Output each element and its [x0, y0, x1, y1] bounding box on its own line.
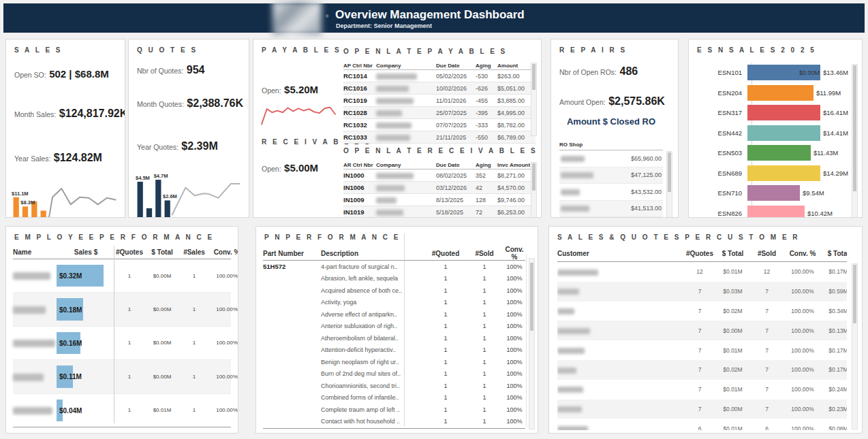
- employee-title: E M P L O Y E E P E R F O R M A N C E: [14, 233, 214, 241]
- table-row[interactable]: IN1000 08/02/2025 352 $8,271.00: [343, 169, 536, 182]
- esn-bar[interactable]: [747, 185, 800, 201]
- scrollbar-thumb[interactable]: [532, 163, 536, 191]
- table-row[interactable]: 7 $0.00M 7 100.00% $0.13M: [557, 321, 847, 340]
- table-row[interactable]: 6 $0.01M 6 100.00% $0.08M: [557, 419, 847, 430]
- panel-repairs: R E P A I R S Nbr of Open ROs: 486 Amoun…: [551, 39, 679, 218]
- table-row[interactable]: IN1006 03/12/2026 42 $4,570.00: [343, 182, 536, 194]
- table-row[interactable]: Complete traum amp of left .. 1 1 100%: [263, 404, 525, 416]
- payables-sparkline[interactable]: [260, 102, 338, 131]
- quotes-monthly-chart[interactable]: $4.5M$4.7M$2.6MFAJAOD: [136, 173, 245, 218]
- table-row[interactable]: 7 $0.03M 7 100.00% $0.59M: [557, 282, 847, 302]
- company-blur: [376, 109, 436, 116]
- table-row[interactable]: Adverse effect of antiparkn.. 1 1 100%: [263, 308, 525, 321]
- table-row[interactable]: $47,125.00: [559, 167, 663, 184]
- table-row[interactable]: RC1019 11/01/2026 -455 $3,885.00: [343, 95, 536, 107]
- esn-bar[interactable]: [747, 206, 805, 218]
- table-row[interactable]: IN1019 5/18/2025 72 $6,253.00: [343, 206, 536, 218]
- customer-name-blur: [557, 305, 685, 317]
- company-blur: [376, 97, 436, 103]
- open-ros-value: 486: [619, 65, 638, 77]
- esn-bar[interactable]: [747, 165, 820, 181]
- table-row[interactable]: Benign neoplasm of right ur.. 1 1 100%: [263, 356, 525, 368]
- esn-bar-row[interactable]: ESN503 $11.43M: [696, 143, 848, 163]
- svg-text:$2.6M: $2.6M: [163, 193, 177, 199]
- table-row[interactable]: $39,043.00: [559, 217, 663, 218]
- scrollbar-thumb[interactable]: [853, 65, 856, 191]
- nbr-quotes-kpi: Nbr of Quotes: 954: [137, 64, 204, 76]
- company-blur: [376, 184, 436, 191]
- esn-bar[interactable]: [747, 145, 811, 161]
- esn-bar-row[interactable]: ESN101 $0.00M $13.46M: [696, 63, 848, 83]
- table-row[interactable]: 51H572 4-part fracture of surgical n.. 1…: [263, 261, 525, 273]
- esn-bar[interactable]: [747, 125, 820, 141]
- table-row[interactable]: Chorioamnionitis, second tri.. 1 1 100%: [263, 380, 525, 392]
- esn-bar-chart: ESN101 $0.00M $13.46M ESN204 $11.99M ESN…: [696, 63, 848, 218]
- table-row[interactable]: 12 $0.01M 12 100.00% $0.17M: [557, 262, 847, 282]
- table-row[interactable]: RC1033 21/11/2025 -550 $6,789.00: [343, 131, 536, 144]
- table-row[interactable]: RC1032 07/07/2025 -333 $8,782.00: [343, 119, 536, 131]
- header-bar: ® Overview Management Dashboard Departme…: [3, 3, 865, 33]
- scrollbar-thumb[interactable]: [668, 152, 671, 192]
- esn-bar-row[interactable]: ESN710 $9.54M: [696, 183, 848, 204]
- table-row[interactable]: $0.32M 1 $0.00M 1 100.00%: [13, 259, 231, 293]
- closed-ro-label: Amount $ Closed RO: [551, 116, 671, 127]
- esn-bar-row[interactable]: ESN826 $10.42M: [696, 204, 848, 218]
- scrollbar-thumb[interactable]: [532, 64, 536, 90]
- customer-scrollbar[interactable]: [852, 263, 858, 429]
- customer-rows: 12 $0.01M 12 100.00% $0.17M 7 $0.03M 7 1…: [557, 262, 847, 430]
- table-row[interactable]: Activity, yoga 1 1 100%: [263, 297, 525, 309]
- esn-bar-row[interactable]: ESN442 $14.41M: [696, 123, 848, 144]
- scrollbar-thumb[interactable]: [853, 265, 856, 323]
- table-row[interactable]: 7 $0.02M 7 100.00% $0.34M: [557, 302, 847, 321]
- customer-name-blur: [557, 423, 685, 430]
- ro-shop-scrollbar[interactable]: [666, 151, 672, 218]
- table-row[interactable]: Acquired absence of both ce.. 1 1 100%: [263, 284, 525, 297]
- table-row[interactable]: $0.18M 1 $0.00M 1 100.00%: [13, 293, 231, 326]
- panel-sales-quotes-per-customer: S A L E S & Q U O T E S P E R C U S T O …: [548, 226, 863, 434]
- ro-shop-rows: $65,960.00 $47,125.00 $43,532.00: [559, 150, 663, 218]
- esn-bar-row[interactable]: ESN204 $11.99M: [696, 83, 848, 103]
- ro-shop-header: RO Shop: [559, 142, 663, 150]
- table-row[interactable]: $0.11M 1 $0.00M 1 100.00%: [13, 360, 231, 393]
- table-row[interactable]: 7 $0.01M 7 100.00% $0.17M: [557, 340, 847, 360]
- table-row[interactable]: 7 $0.02M 7 100.00% $0.17M: [557, 360, 847, 380]
- table-row[interactable]: RC1016 10/02/2026 -626 $5,051.00: [343, 82, 536, 95]
- esn-bar-row[interactable]: ESN317 $16.41M: [696, 103, 848, 123]
- company-blur: [376, 84, 436, 91]
- esn-scrollbar[interactable]: [852, 64, 858, 218]
- table-row[interactable]: Anterior subluxation of righ.. 1 1 100%: [263, 321, 525, 333]
- table-row[interactable]: Contact with hot household .. 1 1 100%: [263, 416, 525, 428]
- table-row[interactable]: Atheroembolism of bilateral.. 1 1 100%: [263, 332, 525, 344]
- table-row[interactable]: $0.04M 1 $0.01M 1 100.00%: [13, 394, 231, 427]
- table-row[interactable]: Combined forms of infantile.. 1 1 100%: [263, 392, 525, 404]
- month-quotes-value: $2,388.76K: [187, 97, 243, 109]
- esn-bar[interactable]: [747, 85, 813, 101]
- table-row[interactable]: RC1028 25/07/2025 -395 $4,995.00: [343, 107, 536, 119]
- customer-name-blur: [557, 285, 685, 297]
- late-payables-scrollbar[interactable]: [531, 63, 537, 136]
- table-row[interactable]: $65,960.00: [559, 150, 663, 167]
- esn-bar-row[interactable]: ESN689 $14.29M: [696, 163, 848, 184]
- table-row[interactable]: Abrasion, left ankle, sequela 1 1 100%: [263, 273, 525, 285]
- quotes-title: Q U O T E S: [137, 46, 198, 54]
- scrollbar-thumb[interactable]: [530, 263, 533, 331]
- customer-table: Customer #Quotes $ Total #Sold Conv. % $…: [557, 246, 847, 430]
- table-row[interactable]: IN1009 8/13/2025 128 $9,746.00: [343, 194, 536, 206]
- table-row[interactable]: $43,532.00: [559, 184, 663, 201]
- pn-scrollbar[interactable]: [529, 258, 535, 429]
- table-row[interactable]: 7 $0.00M 7 100.00% $0.23M: [557, 400, 847, 419]
- esn-bar[interactable]: $0.00M: [747, 65, 820, 80]
- year-sales-kpi: Year Sales: $124.82M: [14, 152, 102, 164]
- table-row[interactable]: $0.16M 1 $0.00M 1 100.00%: [13, 327, 231, 360]
- table-row[interactable]: Attention-deficit hyperactiv.. 1 1 100%: [263, 344, 525, 357]
- late-receivables-scrollbar[interactable]: [531, 162, 537, 218]
- esn-bar[interactable]: [747, 105, 820, 120]
- employee-header: Name Sales $ #Quotes $ Total #Sales Conv…: [13, 246, 231, 259]
- table-row[interactable]: RC1014 05/02/2026 -530 $263.00: [343, 70, 536, 82]
- sales-monthly-chart[interactable]: $11.1M$8.3M$7.2MJa..Fe..Ma..AprilMayJu..…: [12, 186, 121, 218]
- table-row[interactable]: Burn of 2nd deg mul sites of.. 1 1 100%: [263, 368, 525, 380]
- table-row[interactable]: $41,513.00: [559, 201, 663, 218]
- company-blur: [376, 133, 436, 140]
- table-row[interactable]: 7 $0.01M 7 100.00% $0.24M: [557, 380, 847, 400]
- employee-name-blur: [13, 404, 57, 417]
